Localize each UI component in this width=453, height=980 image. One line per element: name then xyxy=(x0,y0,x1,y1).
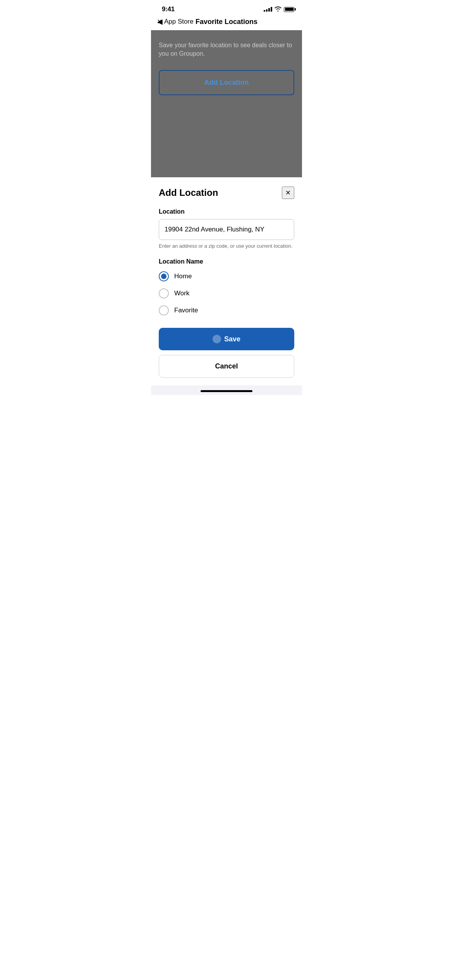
bg-add-location-button[interactable]: Add Location xyxy=(159,70,294,95)
location-input[interactable] xyxy=(159,219,294,240)
sheet-close-button[interactable]: × xyxy=(282,187,294,199)
nav-back[interactable]: ◀ App Store xyxy=(157,18,194,26)
location-name-radio-group: Home Work Favorite xyxy=(159,271,294,315)
save-button-label: Save xyxy=(224,335,240,343)
page-title: Favorite Locations xyxy=(196,18,257,26)
location-name-label: Location Name xyxy=(159,258,294,265)
radio-circle-favorite xyxy=(159,305,169,315)
nav-close-button[interactable]: × xyxy=(157,17,162,26)
radio-circle-work xyxy=(159,288,169,298)
status-time: 9:41 xyxy=(162,5,175,13)
radio-item-work[interactable]: Work xyxy=(159,288,294,298)
radio-label-work: Work xyxy=(174,290,189,297)
signal-bars-icon xyxy=(264,7,272,12)
wifi-icon xyxy=(275,6,281,13)
bar3 xyxy=(268,8,270,12)
nav-back-label: App Store xyxy=(164,18,194,26)
sheet-title: Add Location xyxy=(159,187,218,198)
location-field-label: Location xyxy=(159,208,294,215)
background-content: Save your favorite location to see deals… xyxy=(151,30,302,177)
status-bar: 9:41 xyxy=(151,0,302,15)
home-bar xyxy=(201,390,252,392)
save-button[interactable]: Save xyxy=(159,328,294,350)
radio-label-home: Home xyxy=(174,272,192,280)
radio-item-home[interactable]: Home xyxy=(159,271,294,281)
cancel-button[interactable]: Cancel xyxy=(159,355,294,378)
add-location-sheet: Add Location × Location Enter an address… xyxy=(151,177,302,385)
sheet-header: Add Location × xyxy=(159,187,294,199)
battery-fill xyxy=(285,8,293,11)
location-hint-text: Enter an address or a zip code, or use y… xyxy=(159,243,294,249)
bar1 xyxy=(264,10,265,12)
bar2 xyxy=(266,9,268,12)
bg-description-text: Save your favorite location to see deals… xyxy=(159,41,294,58)
status-icons xyxy=(264,6,294,13)
save-button-icon xyxy=(213,335,221,343)
radio-item-favorite[interactable]: Favorite xyxy=(159,305,294,315)
home-indicator xyxy=(151,385,302,395)
radio-circle-home xyxy=(159,271,169,281)
bar4 xyxy=(271,7,272,12)
nav-bar: ◀ App Store × Favorite Locations xyxy=(151,15,302,30)
radio-label-favorite: Favorite xyxy=(174,307,198,314)
radio-inner-home xyxy=(161,274,166,279)
battery-icon xyxy=(284,7,294,12)
